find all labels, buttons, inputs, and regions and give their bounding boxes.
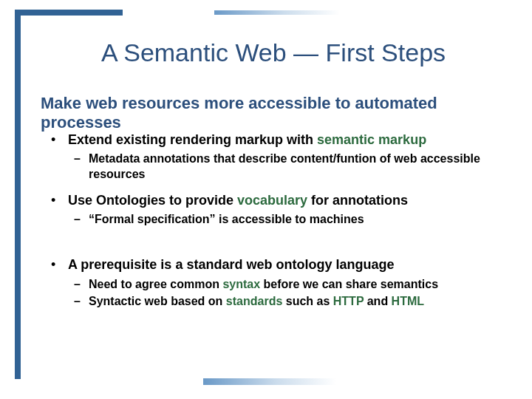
highlight-term: vocabulary — [237, 193, 307, 208]
bullet-level1: A prerequisite is a standard web ontolog… — [44, 256, 502, 273]
slide-left-border — [15, 10, 21, 379]
bullet-level2: Syntactic web based on standards such as… — [44, 294, 502, 310]
highlight-term: syntax — [222, 278, 260, 290]
slide-body: Extend existing rendering markup with se… — [44, 132, 502, 319]
bullet-level2: Need to agree common syntax before we ca… — [44, 277, 502, 293]
highlight-term: semantic markup — [317, 132, 426, 147]
highlight-term: HTTP — [333, 295, 364, 307]
bullet-level2: “Formal specification” is accessible to … — [44, 212, 502, 228]
highlight-term: HTML — [392, 295, 424, 307]
slide-top-border — [15, 10, 123, 16]
bullet-level1: Use Ontologies to provide vocabulary for… — [44, 192, 502, 209]
bullet-level1: Extend existing rendering markup with se… — [44, 132, 502, 149]
slide-bottom-fade — [203, 378, 336, 385]
slide-subtitle: Make web resources more accessible to au… — [41, 94, 502, 132]
bullet-level2: Metadata annotations that describe conte… — [44, 151, 502, 183]
slide-title: A Semantic Web — First Steps — [44, 38, 502, 67]
highlight-term: standards — [226, 295, 282, 307]
slide-top-fade — [214, 10, 340, 15]
